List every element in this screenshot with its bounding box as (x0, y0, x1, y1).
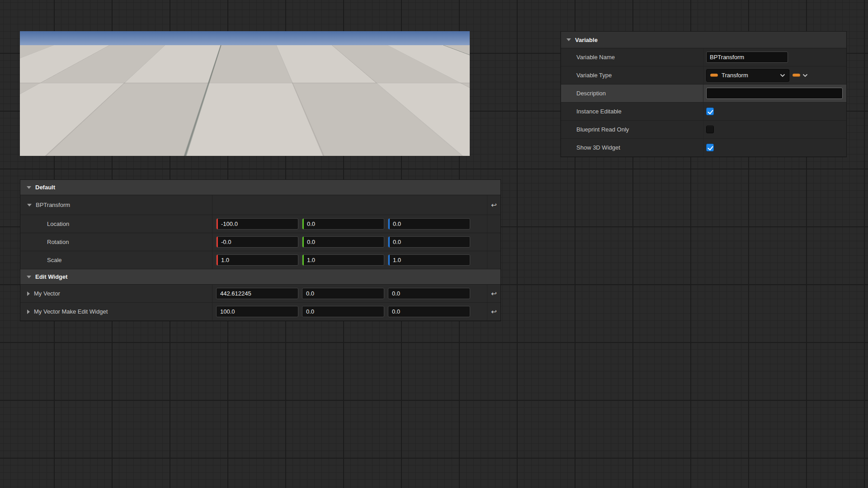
property-row-rotation: Rotation (20, 233, 500, 251)
revert-to-default-button[interactable]: ↩ (491, 290, 497, 297)
category-default-label: Default (35, 184, 55, 191)
variable-panel: Variable Variable Name Variable Type Tra… (561, 31, 847, 157)
variable-name-label: Variable Name (561, 48, 703, 66)
property-row-bptransform: BPTransform ↩ (20, 195, 500, 215)
my-vector-mew-z-field[interactable] (388, 306, 470, 317)
variable-category-label: Variable (575, 37, 598, 43)
property-row-scale: Scale (20, 251, 500, 269)
bptransform-property-label: BPTransform (36, 202, 70, 208)
variable-name-row: Variable Name (561, 48, 846, 66)
rotation-z-field[interactable] (388, 236, 470, 248)
rotation-y-field[interactable] (302, 236, 384, 248)
variable-category-header[interactable]: Variable (561, 32, 846, 48)
rotation-label: Rotation (47, 239, 69, 245)
my-vector-y-field[interactable] (302, 288, 384, 299)
my-vector-make-edit-widget-label: My Vector Make Edit Widget (34, 308, 108, 315)
variable-type-label: Variable Type (561, 66, 703, 84)
location-z-field[interactable] (388, 218, 470, 230)
instance-editable-checkbox[interactable] (706, 108, 714, 115)
variable-type-row: Variable Type Transform (561, 66, 846, 84)
expand-arrow-icon[interactable] (27, 204, 32, 206)
show-3d-widget-row: Show 3D Widget (561, 139, 846, 157)
variable-type-dropdown[interactable]: Transform (706, 69, 789, 82)
show-3d-widget-label: Show 3D Widget (561, 139, 703, 156)
expand-arrow-icon[interactable] (27, 310, 30, 314)
category-default[interactable]: Default (20, 180, 500, 195)
my-vector-mew-x-field[interactable] (216, 306, 298, 317)
blueprint-graph-background[interactable]: { "viewport": { "left_label": "BPTransfo… (0, 0, 868, 488)
my-vector-z-field[interactable] (388, 288, 470, 299)
preview-viewport[interactable]: BPTransform MyVector_MakeEditWidget (20, 31, 470, 156)
category-edit-widget[interactable]: Edit Widget (20, 269, 500, 285)
my-vector-mew-y-field[interactable] (302, 306, 384, 317)
blueprint-read-only-checkbox[interactable] (706, 126, 714, 133)
container-type-dropdown[interactable] (793, 74, 808, 77)
revert-to-default-button[interactable]: ↩ (491, 202, 497, 208)
collapse-arrow-icon[interactable] (566, 38, 571, 41)
myvector-widget-wireframe[interactable] (358, 83, 387, 128)
instance-editable-label: Instance Editable (561, 103, 703, 120)
my-vector-label: My Vector (34, 290, 60, 297)
description-input[interactable] (706, 88, 843, 99)
scale-y-field[interactable] (302, 254, 384, 266)
blueprint-read-only-label: Blueprint Read Only (561, 121, 703, 138)
description-label: Description (561, 84, 703, 102)
property-row-my-vector: My Vector ↩ (20, 285, 500, 303)
revert-to-default-button[interactable]: ↩ (491, 308, 497, 315)
sphere-widget-gizmo[interactable] (201, 74, 266, 144)
chevron-down-icon (780, 74, 785, 77)
show-3d-widget-checkbox[interactable] (706, 144, 714, 151)
expand-arrow-icon[interactable] (27, 291, 30, 296)
gizmo-overlay[interactable] (20, 31, 470, 156)
blueprint-read-only-row: Blueprint Read Only (561, 121, 846, 139)
collapse-arrow-icon[interactable] (27, 186, 31, 189)
scale-z-field[interactable] (388, 254, 470, 266)
location-y-field[interactable] (302, 218, 384, 230)
sprite-label-myvector: MyVector_MakeEditWidget (369, 106, 434, 113)
instance-editable-row: Instance Editable (561, 103, 846, 121)
description-row: Description (561, 84, 846, 103)
z-axis-arrowhead[interactable] (234, 74, 240, 81)
scale-x-field[interactable] (216, 254, 298, 266)
location-x-field[interactable] (216, 218, 298, 230)
chevron-down-icon (802, 74, 808, 77)
bptransform-widget-wireframe[interactable] (77, 85, 107, 132)
details-panel: Default BPTransform ↩ Location (20, 179, 501, 321)
single-container-type-icon (793, 74, 800, 77)
category-edit-widget-label: Edit Widget (35, 273, 67, 280)
rotation-x-field[interactable] (216, 236, 298, 248)
property-row-my-vector-make-edit-widget: My Vector Make Edit Widget ↩ (20, 303, 500, 321)
variable-type-value: Transform (722, 72, 748, 79)
location-label: Location (47, 221, 69, 227)
scale-label: Scale (47, 257, 62, 263)
sprite-label-bptransform: BPTransform (95, 114, 127, 121)
transform-type-icon (710, 74, 718, 77)
property-row-location: Location (20, 215, 500, 233)
my-vector-x-field[interactable] (216, 288, 298, 299)
x-axis-arrowhead[interactable] (259, 111, 266, 117)
variable-name-input[interactable] (706, 52, 788, 63)
collapse-arrow-icon[interactable] (27, 276, 31, 278)
